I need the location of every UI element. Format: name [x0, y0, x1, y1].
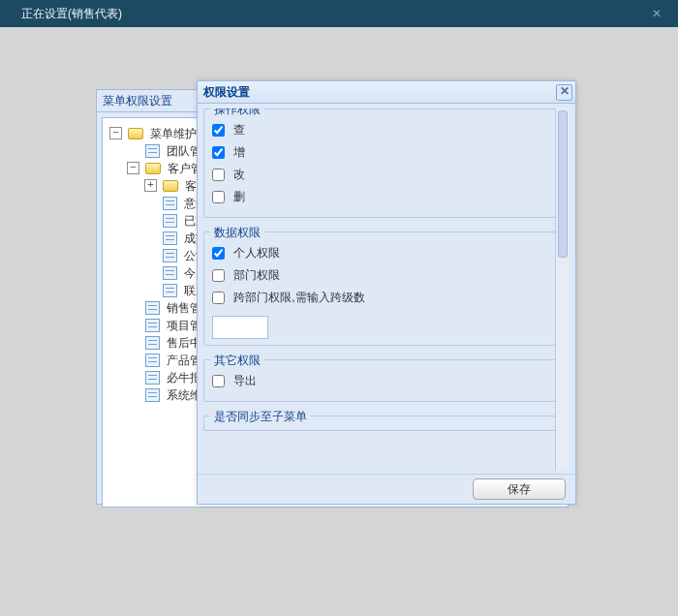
leaf-icon: [163, 266, 177, 280]
checkbox-del[interactable]: [212, 191, 225, 203]
leaf-icon: [145, 301, 160, 315]
cross-level-input[interactable]: [212, 316, 268, 339]
dialog-body: 操作权限 查 增 改 删: [203, 108, 570, 471]
checkbox-label: 个人权限: [233, 246, 280, 260]
collapse-icon[interactable]: −: [127, 162, 139, 174]
tree-spacer: [144, 214, 157, 227]
workspace: 菜单权限设置 − 菜单维护 团队管 − 客户管: [0, 27, 678, 616]
folder-icon: [163, 180, 178, 192]
checkbox-export[interactable]: [212, 375, 225, 387]
leaf-icon: [163, 214, 177, 228]
permission-dialog: 权限设置 ✕ 操作权限 查 增 改: [197, 80, 576, 505]
tree-spacer: [144, 284, 157, 296]
tree-spacer: [127, 144, 139, 157]
checkbox-view[interactable]: [212, 124, 225, 137]
tree-spacer: [144, 197, 157, 209]
checkbox-personal[interactable]: [212, 247, 225, 260]
fieldset-op: 操作权限 查 增 改 删: [203, 108, 556, 218]
checkbox-label: 查: [233, 123, 245, 137]
tree-label: 菜单维护: [150, 127, 197, 140]
fieldset-other: 其它权限 导出: [203, 359, 556, 402]
leaf-icon: [145, 336, 160, 350]
checkbox-label: 增: [233, 145, 245, 159]
window-close-icon[interactable]: ✕: [643, 0, 670, 27]
tree-spacer: [144, 231, 157, 244]
chk-row-del: 删: [212, 189, 547, 205]
fieldset-legend: 操作权限: [210, 108, 264, 118]
tree-spacer: [127, 301, 139, 314]
folder-icon: [145, 163, 161, 174]
checkbox-dept[interactable]: [212, 269, 225, 282]
scrollbar[interactable]: [555, 108, 570, 471]
leaf-icon: [145, 144, 160, 158]
dialog-scroll-area: 操作权限 查 增 改 删: [203, 108, 556, 471]
tree-spacer: [127, 371, 139, 384]
collapse-icon[interactable]: −: [109, 127, 122, 139]
chk-row-edit: 改: [212, 167, 547, 183]
chk-row-cross: 跨部门权限,需输入跨级数: [212, 290, 547, 306]
tree-spacer: [127, 319, 139, 331]
folder-icon: [128, 128, 143, 139]
chk-row-export: 导出: [212, 373, 547, 389]
tree-spacer: [127, 388, 139, 401]
dialog-title-bar[interactable]: 权限设置 ✕: [198, 81, 575, 104]
checkbox-cross[interactable]: [212, 292, 225, 304]
expand-icon[interactable]: +: [144, 179, 157, 192]
leaf-icon: [163, 197, 177, 210]
fieldset-legend: 其它权限: [210, 353, 264, 369]
tree-spacer: [144, 249, 157, 262]
leaf-icon: [163, 231, 177, 245]
fieldset-sync: 是否同步至子菜单: [203, 416, 556, 431]
checkbox-label: 跨部门权限,需输入跨级数: [233, 291, 364, 304]
checkbox-label: 删: [233, 190, 245, 203]
save-button[interactable]: 保存: [473, 478, 566, 500]
checkbox-label: 改: [233, 168, 245, 181]
scrollbar-thumb[interactable]: [558, 110, 568, 258]
checkbox-add[interactable]: [212, 146, 225, 159]
leaf-icon: [145, 388, 160, 402]
window-title-bar: 正在设置(销售代表) ✕: [0, 0, 678, 27]
window-title: 正在设置(销售代表): [21, 7, 122, 20]
leaf-icon: [163, 249, 177, 262]
leaf-icon: [163, 284, 177, 297]
leaf-icon: [145, 371, 160, 385]
fieldset-data: 数据权限 个人权限 部门权限 跨部门权限,需输入跨级数: [203, 231, 556, 346]
tree-spacer: [127, 354, 139, 366]
fieldset-legend: 是否同步至子菜单: [210, 409, 311, 425]
chk-row-dept: 部门权限: [212, 267, 547, 284]
fieldset-legend: 数据权限: [210, 225, 264, 241]
checkbox-label: 导出: [233, 374, 257, 387]
dialog-close-icon[interactable]: ✕: [556, 84, 572, 101]
tree-spacer: [144, 266, 157, 279]
chk-row-add: 增: [212, 144, 547, 161]
chk-row-view: 查: [212, 122, 547, 139]
leaf-icon: [145, 319, 160, 332]
chk-row-personal: 个人权限: [212, 245, 547, 262]
leaf-icon: [145, 354, 160, 367]
checkbox-edit[interactable]: [212, 169, 225, 181]
checkbox-label: 部门权限: [233, 268, 280, 282]
dialog-title: 权限设置: [203, 85, 250, 99]
dialog-footer: 保存: [198, 474, 575, 504]
tree-spacer: [127, 336, 139, 349]
